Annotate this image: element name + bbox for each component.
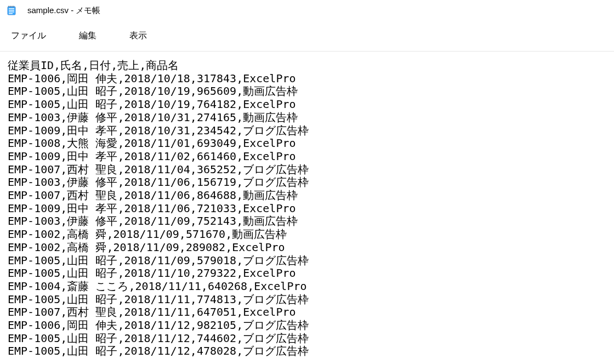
svg-rect-6: [10, 6, 11, 8]
notepad-icon: [7, 5, 16, 15]
menu-view[interactable]: 表示: [122, 27, 155, 45]
svg-rect-8: [14, 6, 14, 8]
menubar: ファイル 編集 表示: [0, 21, 614, 52]
svg-rect-3: [9, 12, 14, 12]
svg-rect-1: [9, 8, 14, 9]
titlebar: sample.csv - メモ帳: [0, 0, 614, 21]
text-editor-area[interactable]: 従業員ID,氏名,日付,売上,商品名 EMP-1006,岡田 伸夫,2018/1…: [0, 52, 614, 358]
menu-file[interactable]: ファイル: [3, 27, 54, 45]
svg-rect-5: [9, 6, 9, 8]
svg-rect-2: [9, 10, 14, 10]
menu-edit[interactable]: 編集: [71, 27, 104, 45]
svg-rect-7: [12, 6, 13, 8]
svg-rect-4: [9, 13, 13, 14]
window-title: sample.csv - メモ帳: [27, 5, 100, 16]
